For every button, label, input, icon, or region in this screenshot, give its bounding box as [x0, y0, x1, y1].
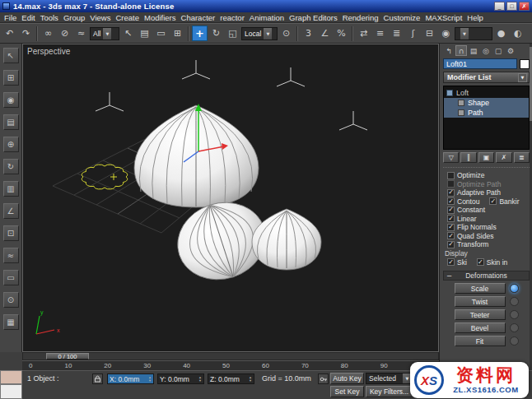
time-slider-track[interactable]: 0 / 100 — [22, 352, 439, 360]
time-slider-knob[interactable]: 0 / 100 — [46, 353, 89, 360]
make-unique-icon[interactable]: ▣ — [478, 152, 494, 163]
display-tab-icon[interactable]: ▢ — [492, 45, 504, 56]
quad-sides-checkbox-row[interactable]: ✓ Quad Sides — [443, 232, 530, 241]
auto-key-button[interactable]: Auto Key — [330, 373, 364, 384]
selection-filter-dropdown[interactable]: All ▼ — [90, 27, 119, 40]
utilities-tab-icon[interactable]: ⚙ — [505, 45, 516, 56]
select-and-rotate-icon[interactable]: ↻ — [208, 26, 224, 41]
loft-object-small[interactable] — [252, 209, 321, 270]
maxscript-mini-listener[interactable] — [0, 384, 22, 399]
skin-checkbox-row[interactable]: ✓ Ski ✓ Skin in — [443, 258, 530, 267]
set-key-button[interactable]: Set Key — [330, 386, 364, 397]
flip-normals-checkbox-row[interactable]: ✓ Flip Normals — [443, 223, 530, 232]
modifier-list-dropdown[interactable]: Modifier List ▼ — [443, 72, 530, 83]
schematic-view-icon[interactable]: ⊟ — [422, 26, 437, 41]
twist-enable-toggle[interactable] — [510, 297, 519, 306]
minimize-button[interactable]: _ — [494, 2, 505, 11]
y-coordinate-field[interactable]: Y: 0.0mm ▲▼ — [157, 373, 204, 384]
menu-character[interactable]: Character — [179, 13, 218, 22]
align-icon[interactable]: ≡ — [372, 26, 388, 41]
material-editor-icon[interactable]: ◉ — [438, 26, 454, 41]
motion-tab-icon[interactable]: ◎ — [480, 45, 492, 56]
undo-icon[interactable]: ↶ — [2, 26, 17, 41]
region-select-icon[interactable]: ▭ — [153, 26, 169, 41]
menu-edit[interactable]: Edit — [19, 13, 37, 22]
left-tool-icon-1[interactable]: ↖ — [3, 48, 19, 63]
snap-toggle-3d-icon[interactable]: 3 — [301, 26, 316, 41]
menu-tools[interactable]: Tools — [38, 13, 61, 22]
scale-deformation-button[interactable]: Scale — [455, 283, 506, 294]
percent-snap-icon[interactable]: % — [334, 26, 349, 41]
menu-views[interactable]: Views — [87, 13, 113, 22]
left-tool-icon-3[interactable]: ◉ — [3, 92, 19, 108]
select-object-icon[interactable]: ↖ — [120, 26, 136, 41]
curve-editor-icon[interactable]: ʃ — [405, 26, 421, 41]
hierarchy-tab-icon[interactable]: ▤ — [468, 45, 479, 56]
spinner-icon[interactable]: ▲▼ — [198, 376, 202, 383]
maxscript-mini-listener-macro[interactable] — [0, 370, 22, 384]
select-by-name-icon[interactable]: ▤ — [137, 26, 152, 41]
fit-enable-toggle[interactable] — [510, 336, 519, 346]
left-tool-icon-5[interactable]: ⊕ — [3, 137, 19, 152]
stack-item-loft[interactable]: Loft — [444, 88, 529, 98]
render-type-dropdown[interactable]: ▼ — [455, 27, 492, 40]
deformations-rollout-header[interactable]: − Deformations — [443, 271, 530, 281]
twist-deformation-button[interactable]: Twist — [455, 296, 506, 307]
viewport-label[interactable]: Perspective — [27, 47, 70, 56]
create-tab-icon[interactable]: ↰ — [443, 45, 455, 56]
key-mode-icon[interactable] — [318, 373, 329, 384]
teeter-deformation-button[interactable]: Teeter — [455, 309, 506, 320]
left-tool-icon-4[interactable]: ▤ — [3, 114, 19, 130]
z-coordinate-field[interactable]: Z: 0.0mm ▲▼ — [208, 373, 254, 384]
angle-snap-icon[interactable]: ∠ — [317, 26, 333, 41]
redo-icon[interactable]: ↷ — [18, 26, 34, 41]
link-icon[interactable]: ∞ — [40, 26, 56, 41]
key-filters-button[interactable]: Key Filters... — [366, 386, 413, 397]
bind-spacewarp-icon[interactable]: ≈ — [73, 26, 89, 41]
remove-modifier-icon[interactable]: ✗ — [496, 152, 511, 163]
mirror-icon[interactable]: ⇄ — [356, 26, 371, 41]
stack-item-path[interactable]: Path — [444, 108, 529, 118]
selection-lock-icon[interactable] — [92, 373, 103, 384]
menu-reactor[interactable]: reactor — [217, 13, 247, 22]
reference-coordinate-dropdown[interactable]: Local ▼ — [241, 27, 278, 40]
stack-item-shape[interactable]: Shape — [444, 98, 529, 108]
optimize-checkbox-row[interactable]: Optimize — [443, 171, 530, 180]
track-bar[interactable]: 0 10 20 30 40 50 60 70 80 90 100 — [22, 360, 439, 370]
menu-help[interactable]: Help — [464, 13, 486, 22]
loft-object-large[interactable] — [134, 105, 259, 207]
left-tool-icon-7[interactable]: ▥ — [3, 181, 19, 197]
selection-set-dropdown[interactable]: Selected ▼ — [366, 373, 413, 384]
menu-group[interactable]: Group — [61, 13, 87, 22]
layer-manager-icon[interactable]: ≣ — [389, 26, 404, 41]
left-tool-icon-12[interactable]: ⊙ — [3, 292, 19, 308]
transform-checkbox-row[interactable]: ✓ Transform — [443, 240, 530, 249]
left-tool-icon-8[interactable]: ∠ — [3, 203, 19, 219]
perspective-viewport[interactable]: Perspective — [22, 44, 439, 352]
fit-deformation-button[interactable]: Fit — [455, 336, 506, 346]
object-color-swatch[interactable] — [520, 59, 530, 69]
select-and-move-icon[interactable]: + — [192, 26, 208, 41]
x-coordinate-field[interactable]: X: 0.0mm ▲▼ — [107, 373, 154, 384]
menu-maxscript[interactable]: MAXScript — [422, 13, 464, 22]
left-tool-icon-2[interactable]: ⊞ — [3, 70, 19, 86]
use-center-icon[interactable]: ⊙ — [278, 26, 294, 41]
close-button[interactable]: ✗ — [519, 2, 530, 11]
title-bar[interactable]: 14.max - 3ds max 7 - Stand-alone License… — [0, 0, 532, 12]
menu-graph-editors[interactable]: Graph Editors — [287, 13, 340, 22]
teeter-enable-toggle[interactable] — [510, 310, 519, 319]
maximize-button[interactable]: □ — [506, 2, 517, 11]
configure-sets-icon[interactable]: ≣ — [514, 152, 530, 163]
scale-enable-toggle[interactable] — [510, 284, 519, 293]
spinner-icon[interactable]: ▲▼ — [249, 376, 252, 383]
left-tool-icon-9[interactable]: ⊡ — [3, 225, 19, 241]
bevel-enable-toggle[interactable] — [510, 323, 519, 332]
object-name-field[interactable]: Loft01 — [443, 58, 517, 69]
spinner-icon[interactable]: ▲▼ — [148, 376, 152, 383]
unlink-icon[interactable]: ⊘ — [57, 26, 72, 41]
menu-create[interactable]: Create — [113, 13, 142, 22]
menu-file[interactable]: File — [2, 13, 19, 22]
linear-checkbox-row[interactable]: ✓ Linear — [443, 215, 530, 224]
adaptive-path-checkbox-row[interactable]: ✓ Adaptive Path — [443, 188, 530, 197]
menu-rendering[interactable]: Rendering — [340, 13, 381, 22]
